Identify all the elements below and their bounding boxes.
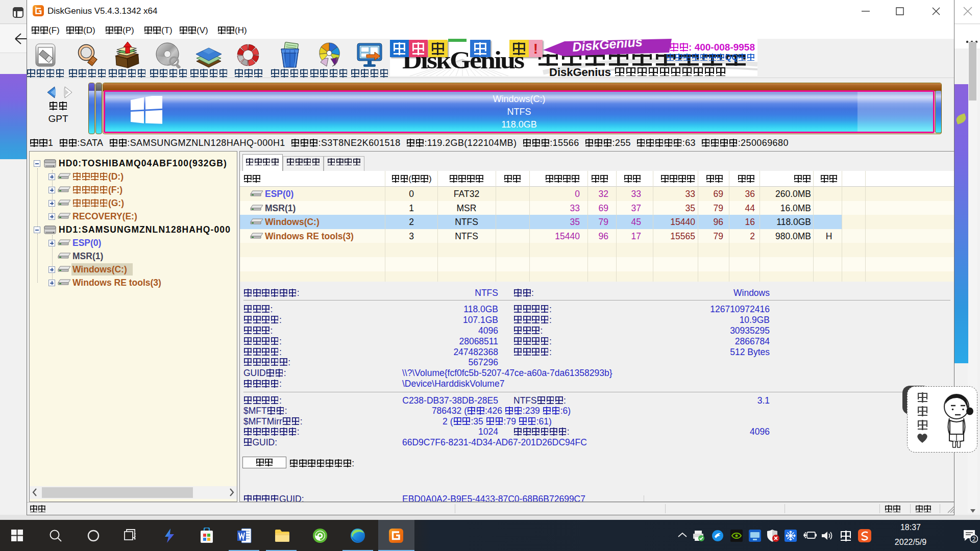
svg-text:2: 2 [972,536,976,543]
